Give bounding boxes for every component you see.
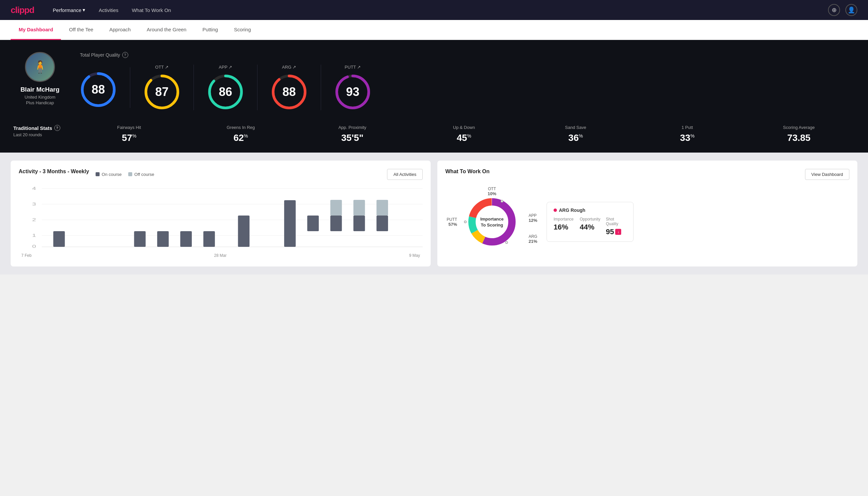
stat-greens-in-reg: Greens In Reg 62%	[185, 125, 297, 143]
circle-overall-value: 88	[92, 83, 105, 97]
score-putt: PUTT ↗ 93	[321, 65, 384, 110]
total-quality-label: Total Player Quality ?	[80, 52, 855, 58]
circle-app: 86	[207, 74, 244, 110]
tabs-bar: My Dashboard Off the Tee Approach Around…	[0, 20, 868, 40]
opportunity-value: 44%	[580, 223, 600, 232]
tab-off-the-tee[interactable]: Off the Tee	[61, 20, 101, 40]
info-card-title: ARG Rough	[554, 207, 627, 213]
svg-text:1: 1	[32, 233, 36, 237]
all-activities-button[interactable]: All Activities	[387, 169, 423, 180]
score-app-label: APP ↗	[219, 65, 232, 69]
circle-ott: 87	[144, 74, 180, 110]
stats-help-icon[interactable]: ?	[54, 125, 60, 131]
svg-text:To Scoring: To Scoring	[481, 222, 503, 228]
workOn-content: OTT 10% APP 12% ARG 21% PUTT 57%	[445, 185, 849, 259]
donut-label-ott: OTT 10%	[488, 187, 496, 196]
circle-putt-value: 93	[346, 85, 359, 99]
svg-rect-32	[353, 216, 365, 231]
user-button[interactable]: 👤	[845, 4, 857, 16]
bottom-section: Activity - 3 Months - Weekly On course O…	[0, 153, 868, 275]
tab-putting[interactable]: Putting	[194, 20, 226, 40]
arg-dot	[554, 208, 557, 212]
player-info: 🧍 Blair McHarg United Kingdom Plus Handi…	[13, 52, 67, 105]
info-metrics-row: Importance 16% Opportunity 44% Shot Qual…	[554, 217, 627, 236]
nav-right: ⊕ 👤	[828, 4, 857, 16]
donut-label-putt: PUTT 57%	[447, 217, 457, 227]
svg-rect-30	[330, 200, 342, 216]
tab-approach[interactable]: Approach	[101, 20, 139, 40]
player-name: Blair McHarg	[20, 86, 59, 93]
stat-1-putt: 1 Putt 33%	[632, 125, 743, 143]
workOn-title: What To Work On	[445, 169, 490, 174]
donut-label-app: APP 12%	[528, 213, 537, 223]
view-dashboard-button[interactable]: View Dashboard	[805, 169, 849, 180]
top-nav: clippd Performance ▾ Activities What To …	[0, 0, 868, 20]
svg-rect-24	[204, 231, 215, 247]
chart-area: 4 3 2 1 0	[19, 185, 423, 252]
avatar: 🧍	[25, 52, 55, 82]
svg-rect-21	[134, 231, 146, 247]
legend-off-dot	[128, 172, 132, 176]
help-icon[interactable]: ?	[122, 52, 128, 58]
importance-value: 16%	[554, 223, 574, 232]
stats-subtitle: Last 20 rounds	[13, 132, 73, 137]
importance-label: Importance	[554, 217, 574, 221]
circle-putt: 93	[334, 74, 371, 110]
chart-header: Activity - 3 Months - Weekly On course O…	[19, 169, 423, 180]
donut-label-arg: ARG 21%	[528, 234, 537, 244]
score-putt-label: PUTT ↗	[345, 65, 361, 69]
score-app: APP ↗ 86	[194, 65, 257, 110]
player-handicap: Plus Handicap	[26, 100, 54, 105]
opportunity-col: Opportunity 44%	[580, 217, 600, 236]
svg-rect-20	[53, 231, 65, 247]
svg-rect-22	[157, 231, 169, 247]
svg-text:2: 2	[32, 218, 36, 222]
what-to-work-on-card: What To Work On View Dashboard OTT 10% A…	[437, 160, 857, 266]
tab-my-dashboard[interactable]: My Dashboard	[11, 20, 61, 40]
circle-arg-value: 88	[282, 85, 296, 99]
tab-around-the-green[interactable]: Around the Green	[139, 20, 194, 40]
workOn-header: What To Work On View Dashboard	[445, 169, 849, 180]
svg-rect-25	[238, 216, 250, 247]
score-circles: 88 OTT ↗ 87 APP ↗	[80, 65, 855, 110]
svg-text:Importance: Importance	[480, 217, 504, 221]
shot-quality-badge: ↓	[615, 229, 621, 235]
nav-what-to-work-on[interactable]: What To Work On	[132, 7, 171, 13]
importance-col: Importance 16%	[554, 217, 574, 236]
circle-overall: 88	[80, 71, 116, 108]
shot-quality-label: Shot Quality	[606, 217, 627, 226]
stat-sand-save: Sand Save 36%	[520, 125, 632, 143]
svg-text:4: 4	[32, 186, 36, 190]
activity-card: Activity - 3 Months - Weekly On course O…	[11, 160, 431, 266]
legend-on-dot	[96, 172, 99, 176]
score-arg: ARG ↗ 88	[257, 65, 321, 110]
activity-title: Activity - 3 Months - Weekly	[19, 169, 89, 174]
opportunity-label: Opportunity	[580, 217, 600, 221]
shot-quality-value: 95 ↓	[606, 228, 627, 236]
score-ott: OTT ↗ 87	[130, 65, 194, 110]
svg-rect-31	[353, 200, 365, 216]
svg-rect-34	[376, 200, 388, 216]
stat-fairways-hit: Fairways Hit 57%	[73, 125, 185, 143]
stat-up-and-down: Up & Down 45%	[408, 125, 520, 143]
add-button[interactable]: ⊕	[828, 4, 840, 16]
circle-ott-value: 87	[155, 85, 169, 99]
stats-title: Traditional Stats ?	[13, 125, 73, 131]
traditional-stats: Traditional Stats ? Last 20 rounds Fairw…	[0, 120, 868, 153]
tab-scoring[interactable]: Scoring	[226, 20, 259, 40]
legend-on-course: On course	[96, 172, 122, 177]
logo: clippd	[11, 5, 34, 15]
scores-section: Total Player Quality ? 88 OTT ↗	[80, 52, 855, 110]
chart-labels: 7 Feb 28 Mar 9 May	[19, 252, 423, 258]
stat-scoring-average: Scoring Average 73.85	[743, 125, 855, 143]
svg-rect-27	[307, 216, 319, 231]
svg-rect-23	[180, 231, 192, 247]
stat-app-proximity: App. Proximity 35'5"	[297, 125, 408, 143]
svg-text:3: 3	[32, 202, 36, 206]
nav-activities[interactable]: Activities	[99, 7, 118, 13]
stats-label-block: Traditional Stats ? Last 20 rounds	[13, 125, 73, 137]
score-ott-label: OTT ↗	[155, 65, 169, 69]
nav-performance[interactable]: Performance ▾	[53, 7, 85, 13]
score-overall: 88	[80, 67, 130, 108]
info-card: ARG Rough Importance 16% Opportunity 44%…	[547, 202, 633, 242]
